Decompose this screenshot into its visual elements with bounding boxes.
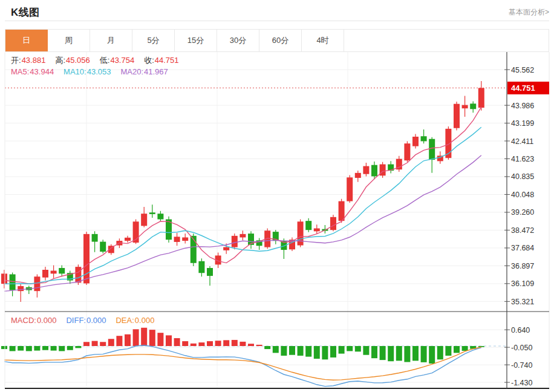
- main-axis-tick-2: 43.199: [511, 119, 534, 128]
- tab-5分[interactable]: 5分: [132, 30, 175, 51]
- ma5-line: [4, 107, 481, 284]
- main-axis-tick-8: 38.472: [511, 226, 534, 235]
- tab-4时[interactable]: 4时: [302, 30, 344, 51]
- macd-axis-tick-3: -1.430: [511, 379, 532, 387]
- main-axis-tick-5: 40.835: [511, 172, 534, 181]
- tab-30分[interactable]: 30分: [217, 30, 259, 51]
- tab-15分[interactable]: 15分: [175, 30, 217, 51]
- current-price-label: 44.751: [511, 83, 535, 93]
- main-axis-tick-12: 35.321: [511, 298, 534, 306]
- kline-chart-canvas[interactable]: 45.56243.98643.19942.41141.62340.83540.0…: [0, 52, 554, 391]
- main-axis-tick-0: 45.562: [511, 66, 534, 74]
- page-title: K线图: [5, 5, 40, 19]
- candles-layer: [1, 81, 484, 302]
- main-axis-tick-10: 36.897: [511, 262, 534, 270]
- kline-widget: K线图 基本面分析> 日周月5分15分30分60分4时 45.56243.986…: [0, 0, 554, 392]
- main-axis-tick-7: 39.260: [511, 208, 534, 217]
- macd-axis-tick-1: -0.050: [511, 344, 532, 352]
- main-axis-tick-9: 37.684: [511, 244, 534, 252]
- tab-周[interactable]: 周: [48, 30, 90, 51]
- main-axis-tick-4: 41.623: [511, 155, 534, 163]
- header: K线图 基本面分析>: [5, 0, 549, 21]
- macd-axis-tick-2: -0.740: [511, 361, 532, 370]
- main-axis-tick-6: 40.048: [511, 191, 534, 199]
- tab-月[interactable]: 月: [90, 30, 132, 51]
- ma-lines-layer: [4, 107, 481, 292]
- macd-axis-tick-0: 0.640: [511, 326, 530, 335]
- main-axis-tick-11: 36.109: [511, 279, 534, 288]
- chart-area: 45.56243.98643.19942.41141.62340.83540.0…: [0, 52, 554, 391]
- main-axis-tick-3: 42.411: [511, 137, 533, 146]
- grid-layer: [5, 52, 507, 388]
- tab-60分[interactable]: 60分: [259, 30, 302, 51]
- main-axis-tick-1: 43.986: [511, 102, 534, 110]
- timeframe-tabs: 日周月5分15分30分60分4时: [5, 29, 549, 52]
- fundamental-analysis-link[interactable]: 基本面分析>: [509, 5, 549, 18]
- tab-日[interactable]: 日: [5, 30, 48, 51]
- macd-layer: [1, 328, 484, 387]
